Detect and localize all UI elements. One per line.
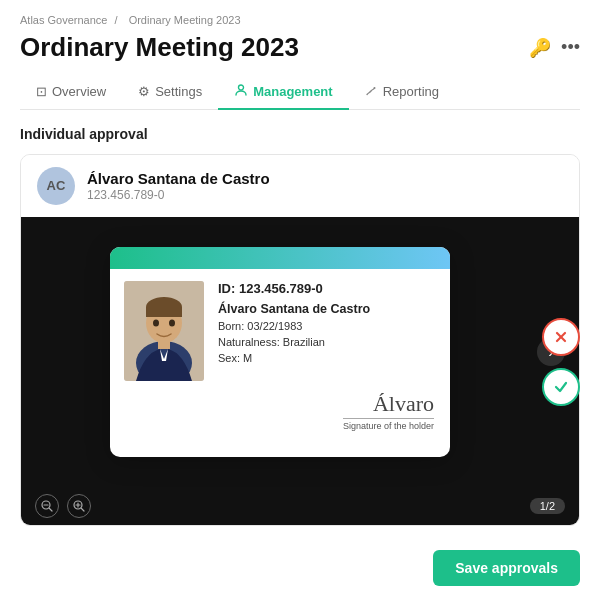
breadcrumb-parent[interactable]: Atlas Governance xyxy=(20,14,107,26)
card-header: AC Álvaro Santana de Castro 123.456.789-… xyxy=(21,155,579,217)
section-title: Individual approval xyxy=(20,126,580,142)
svg-point-0 xyxy=(239,85,244,90)
zoom-in-btn[interactable] xyxy=(67,494,91,518)
svg-line-14 xyxy=(82,508,85,511)
id-card-top-bar xyxy=(110,247,450,269)
id-card: ID: 123.456.789-0 Álvaro Santana de Cast… xyxy=(110,247,450,457)
person-id: 123.456.789-0 xyxy=(87,188,270,202)
svg-point-1 xyxy=(373,87,375,89)
approval-card: AC Álvaro Santana de Castro 123.456.789-… xyxy=(20,154,580,526)
action-buttons xyxy=(542,318,580,406)
id-naturalness: Naturalness: Brazilian xyxy=(218,336,434,348)
settings-icon: ⚙ xyxy=(138,84,150,99)
tab-overview[interactable]: ⊡ Overview xyxy=(20,75,122,110)
id-info: ID: 123.456.789-0 Álvaro Santana de Cast… xyxy=(218,281,434,381)
key-icon[interactable]: 🔑 xyxy=(529,37,551,59)
reject-button[interactable] xyxy=(542,318,580,356)
id-num: ID: 123.456.789-0 xyxy=(218,281,434,296)
more-icon[interactable]: ••• xyxy=(561,37,580,58)
page-indicator: 1/2 xyxy=(530,498,565,514)
overview-icon: ⊡ xyxy=(36,84,47,99)
page-title: Ordinary Meeting 2023 xyxy=(20,32,299,63)
id-signature: Álvaro xyxy=(124,393,434,415)
breadcrumb-current: Ordinary Meeting 2023 xyxy=(129,14,241,26)
id-card-name: Álvaro Santana de Castro xyxy=(218,302,434,316)
management-icon xyxy=(234,83,248,100)
tab-settings[interactable]: ⚙ Settings xyxy=(122,75,218,110)
save-approvals-button[interactable]: Save approvals xyxy=(433,550,580,586)
svg-line-11 xyxy=(50,508,53,511)
id-born: Born: 03/22/1983 xyxy=(218,320,434,332)
id-photo xyxy=(124,281,204,381)
zoom-out-btn[interactable] xyxy=(35,494,59,518)
tabs-nav: ⊡ Overview ⚙ Settings Management xyxy=(20,75,580,110)
tab-reporting[interactable]: Reporting xyxy=(349,75,455,110)
approve-button[interactable] xyxy=(542,368,580,406)
id-sex: Sex: M xyxy=(218,352,434,364)
breadcrumb-separator: / xyxy=(115,14,118,26)
person-info: Álvaro Santana de Castro 123.456.789-0 xyxy=(87,170,270,202)
reporting-icon xyxy=(365,84,378,100)
tab-management[interactable]: Management xyxy=(218,75,348,110)
save-bar: Save approvals xyxy=(0,540,600,586)
id-viewer: ID: 123.456.789-0 Álvaro Santana de Cast… xyxy=(21,217,579,487)
tab-settings-label: Settings xyxy=(155,84,202,99)
viewer-controls: 1/2 xyxy=(21,487,579,525)
svg-rect-9 xyxy=(158,341,170,349)
id-signature-area: Álvaro Signature of the holder xyxy=(110,391,450,443)
svg-rect-6 xyxy=(146,307,182,317)
tab-reporting-label: Reporting xyxy=(383,84,439,99)
avatar: AC xyxy=(37,167,75,205)
breadcrumb: Atlas Governance / Ordinary Meeting 2023 xyxy=(20,14,580,26)
tab-overview-label: Overview xyxy=(52,84,106,99)
id-sig-label: Signature of the holder xyxy=(343,418,434,431)
svg-point-7 xyxy=(153,319,159,326)
svg-point-8 xyxy=(169,319,175,326)
tab-management-label: Management xyxy=(253,84,332,99)
person-name: Álvaro Santana de Castro xyxy=(87,170,270,187)
